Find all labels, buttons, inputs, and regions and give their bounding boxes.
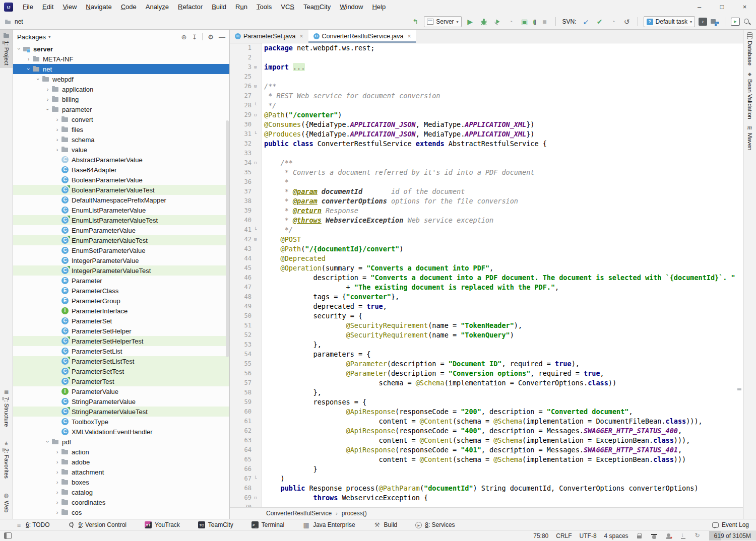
update-project-button[interactable]: ↙ [581, 17, 591, 27]
line-number[interactable]: 31 [230, 129, 254, 139]
code-line-53[interactable]: 53 }, [230, 340, 743, 350]
code-line-45[interactable]: 45 @Operation(summary = "Converts a docu… [230, 263, 743, 273]
line-number[interactable]: 69 [230, 493, 254, 503]
line-number[interactable]: 29 [230, 110, 254, 120]
tree-node-parametergroup[interactable]: ParameterGroup [13, 296, 229, 306]
run-configuration-select[interactable]: Server ▾ [424, 16, 461, 27]
line-number[interactable]: 63 [230, 436, 254, 445]
readonly-lock-icon[interactable] [636, 532, 643, 539]
code-line-60[interactable]: 60 @ApiResponse(responseCode = "200", de… [230, 407, 743, 417]
tree-node-parameter[interactable]: parameter [13, 104, 229, 114]
tool-button-maven[interactable]: Maven [743, 122, 756, 153]
menu-file[interactable]: File [18, 0, 38, 14]
line-number[interactable]: 58 [230, 388, 254, 397]
tree-node-server[interactable]: server [13, 44, 229, 54]
settings-gear-icon[interactable]: ⚙ [208, 33, 214, 41]
chevron-open-icon[interactable] [44, 439, 51, 445]
code-line-1[interactable]: 1package net.webpdf.ws.rest; [230, 43, 743, 53]
code-line-69[interactable]: 69⊟ throws WebserviceException { [230, 493, 743, 503]
project-breadcrumb[interactable]: net [15, 18, 23, 25]
code-line-26[interactable]: 26⊟/** [230, 82, 743, 91]
code-line-55[interactable]: 55 @Parameter(description = "Document ID… [230, 359, 743, 369]
line-number[interactable]: 51 [230, 321, 254, 330]
code-line-42[interactable]: 42⊟ @POST [230, 235, 743, 244]
fold-open-icon[interactable]: ⊟ [254, 82, 261, 91]
menu-vcs[interactable]: VCS [276, 0, 299, 14]
menu-view[interactable]: View [58, 0, 81, 14]
code-line-70[interactable]: 70 [230, 503, 743, 507]
code-line-62[interactable]: 62 @ApiResponse(responseCode = "400", de… [230, 426, 743, 436]
tool-window-button-6-todo[interactable]: 6: TODO [15, 521, 50, 528]
fold-end-icon[interactable]: └ [254, 129, 261, 139]
tree-node-meta-inf[interactable]: META-INF [13, 54, 229, 64]
close-tab-icon[interactable]: × [407, 33, 411, 40]
fold-end-icon[interactable]: └ [254, 225, 261, 235]
tree-node-files[interactable]: files [13, 124, 229, 134]
tool-window-button-event-log[interactable]: Event Log [712, 521, 749, 528]
menu-tools[interactable]: Tools [252, 0, 276, 14]
line-number[interactable]: 53 [230, 340, 254, 350]
chevron-closed-icon[interactable] [53, 479, 61, 485]
tool-window-button-8-services[interactable]: 8: Services [415, 521, 455, 528]
tool-button-database[interactable]: Database [743, 30, 756, 68]
chevron-closed-icon[interactable] [25, 56, 32, 62]
profiler-button[interactable]: ◔ [506, 17, 516, 27]
tool-button-1-project[interactable]: 1: Project [0, 30, 13, 68]
code-line-39[interactable]: 39 * @return Response [230, 206, 743, 216]
code-line-34[interactable]: 34⊟ /** [230, 158, 743, 168]
tree-node-parametersethelper[interactable]: ParameterSetHelper [13, 326, 229, 336]
line-number[interactable]: 35 [230, 168, 254, 177]
tree-node-parameterset[interactable]: ParameterSet [13, 316, 229, 326]
code-line-58[interactable]: 58 }, [230, 388, 743, 397]
code-line-27[interactable]: 27 * REST Web service for document conve… [230, 91, 743, 101]
fold-end-icon[interactable]: └ [254, 101, 261, 110]
tree-node-xmlvalidationeventhandler[interactable]: XMLValidationEventHandler [13, 427, 229, 437]
tree-node-enumparametervalue[interactable]: EnumParameterValue [13, 225, 229, 235]
breadcrumb-process[interactable]: process() [342, 510, 367, 517]
tree-node-action[interactable]: action [13, 447, 229, 457]
chevron-closed-icon[interactable] [53, 116, 61, 122]
breadcrumb-converterrestfulservice[interactable]: ConverterRestfulService [266, 510, 332, 517]
menu-help[interactable]: Help [367, 0, 390, 14]
code-line-64[interactable]: 64 @ApiResponse(responseCode = "401", de… [230, 445, 743, 455]
line-number[interactable]: 59 [230, 397, 254, 407]
tree-node-enumparametervaluetest[interactable]: EnumParameterValueTest [13, 235, 229, 245]
line-number[interactable]: 2 [230, 53, 254, 62]
line-number[interactable]: 49 [230, 302, 254, 311]
code-line-61[interactable]: 61 content = @Content(schema = @Schema(i… [230, 417, 743, 426]
chevron-closed-icon[interactable] [53, 459, 61, 465]
tool-button-2-favorites[interactable]: 2: Favorites [0, 437, 13, 481]
run-button[interactable]: ▶ [465, 17, 475, 27]
tree-node-billing[interactable]: billing [13, 94, 229, 104]
code-line-38[interactable]: 38 * @param converterOptions options for… [230, 196, 743, 206]
highlighting-level-icon[interactable] [651, 532, 658, 539]
close-tab-icon[interactable]: × [300, 33, 303, 40]
code-line-65[interactable]: 65 content = @Content(schema = @Schema(i… [230, 455, 743, 464]
code-line-40[interactable]: 40 * @throws WebserviceException Web ser… [230, 216, 743, 225]
line-number[interactable]: 1 [230, 43, 254, 53]
tree-node-parametervalue[interactable]: ParameterValue [13, 386, 229, 396]
menu-build[interactable]: Build [207, 0, 231, 14]
line-number[interactable]: 65 [230, 455, 254, 464]
code-line-32[interactable]: 32public class ConverterRestfulService e… [230, 139, 743, 149]
code-line-57[interactable]: 57 schema = @Schema(implementation = Con… [230, 378, 743, 388]
tree-node-stringparametervaluetest[interactable]: StringParameterValueTest [13, 407, 229, 417]
editor-tab-converterrestfulservice-java[interactable]: CConverterRestfulService.java× [308, 30, 416, 43]
collapse-all-icon[interactable]: ↧ [192, 33, 197, 41]
menu-edit[interactable]: Edit [38, 0, 58, 14]
commit-changes-button[interactable]: ✔ [595, 17, 605, 27]
tree-node-abstractparametervalue[interactable]: AbstractParameterValue [13, 155, 229, 165]
line-number[interactable]: 30 [230, 120, 254, 129]
tree-node-cos[interactable]: cos [13, 507, 229, 517]
fold-end-icon[interactable]: └ [254, 474, 261, 484]
tree-node-enumlistparametervaluetest[interactable]: EnumListParameterValueTest [13, 215, 229, 225]
fold-open-icon[interactable]: ⊟ [254, 235, 261, 244]
encoding-indicator[interactable]: UTF-8 [580, 532, 597, 539]
tree-node-toolboxtype[interactable]: ToolboxType [13, 417, 229, 427]
line-number[interactable]: 50 [230, 311, 254, 321]
code-line-66[interactable]: 66 } [230, 464, 743, 474]
chevron-open-icon[interactable] [44, 106, 51, 112]
line-number[interactable]: 43 [230, 244, 254, 254]
tree-node-coordinates[interactable]: coordinates [13, 497, 229, 507]
line-number[interactable]: 26 [230, 82, 254, 91]
